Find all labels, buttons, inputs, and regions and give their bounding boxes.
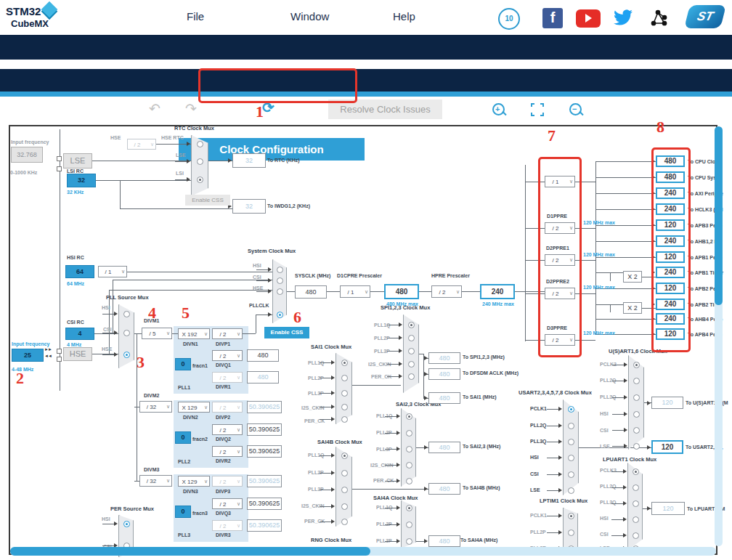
pll2-divr2-value[interactable]: 50.390625 xyxy=(247,445,282,458)
d1cpre-prescaler-dropdown[interactable]: / 1∨ xyxy=(340,285,370,298)
pll2-fracn-field[interactable]: 0 xyxy=(175,431,191,444)
d1cpre-ahb-dropdown[interactable]: / 1∨ xyxy=(545,176,575,187)
enable-css-rtc-button[interactable]: Enable CSS xyxy=(185,195,230,206)
usart2345-clock-mux-radio[interactable] xyxy=(568,439,574,445)
lse-source-box[interactable]: LSE xyxy=(63,153,92,169)
per-source-mux-radio[interactable] xyxy=(123,521,130,527)
sai23-clock-mux-radio[interactable] xyxy=(406,413,412,420)
apb2-timer-x2[interactable]: X 2 xyxy=(623,302,642,314)
d1ppre-dropdown[interactable]: / 2∨ xyxy=(545,222,575,234)
share-network-icon[interactable] xyxy=(648,8,669,31)
pll-source-mux-radio[interactable] xyxy=(123,352,130,358)
facebook-icon[interactable]: f xyxy=(542,8,563,28)
usart2345-clock-mux-radio[interactable] xyxy=(568,455,574,461)
pll-source-mux-radio[interactable] xyxy=(123,311,130,317)
sai23-clock-mux-radio[interactable] xyxy=(406,462,412,468)
ahb4-value[interactable]: 240 xyxy=(656,313,685,325)
csi-rc-box[interactable]: 4 xyxy=(65,328,94,340)
apb2-value[interactable]: 120 xyxy=(656,283,685,294)
d2ppre2-dropdown[interactable]: / 2∨ xyxy=(545,288,575,299)
zoom-out-icon[interactable]: − xyxy=(569,103,582,115)
lptim1-clock-mux-radio[interactable] xyxy=(568,513,574,519)
sai1-clock-mux-radio[interactable] xyxy=(341,404,348,410)
lsi-rc-box[interactable]: 32 xyxy=(67,174,96,187)
divp2-dropdown[interactable]: / 2∨ xyxy=(212,402,243,413)
sai1-value[interactable]: 480 xyxy=(428,392,460,404)
usart2345-value[interactable]: 120 xyxy=(651,440,683,454)
sai4a-clock-mux-radio[interactable] xyxy=(406,522,412,528)
spi123-clock-mux-radio[interactable] xyxy=(408,361,415,368)
twitter-icon[interactable] xyxy=(612,8,634,30)
undo-icon[interactable]: ↶ xyxy=(149,100,160,117)
lpuart1-clock-mux-radio[interactable] xyxy=(633,468,639,475)
pll3-divp3-value[interactable]: 50.390625 xyxy=(247,475,282,487)
sai23-clock-mux-radio[interactable] xyxy=(406,478,412,484)
lpuart1-value[interactable]: 120 xyxy=(651,502,685,515)
sai4a-clock-mux-radio[interactable] xyxy=(406,505,412,511)
youtube-icon[interactable] xyxy=(576,9,601,28)
pll3-divq3-value[interactable]: 50.390625 xyxy=(247,498,282,510)
sai4b-clock-mux-radio[interactable] xyxy=(341,470,348,476)
hse-source-box[interactable]: HSE xyxy=(63,347,92,361)
divn1-dropdown[interactable]: X 192∨ xyxy=(178,328,210,339)
rtc-clock-mux-radio[interactable] xyxy=(197,158,203,165)
divm2-dropdown[interactable]: / 32∨ xyxy=(139,401,172,413)
zoom-in-icon[interactable]: + xyxy=(492,103,505,115)
input-frequency-lse-field[interactable]: 32.768 xyxy=(11,147,43,163)
hsi-divider-dropdown[interactable]: / 1∨ xyxy=(98,266,127,277)
divm1-dropdown[interactable]: / 5∨ xyxy=(142,328,172,339)
rtc-hse-prescaler-dropdown[interactable]: / 2∨ xyxy=(127,139,156,150)
rtc-clock-mux-radio[interactable] xyxy=(197,141,203,147)
system-clock-mux-radio[interactable] xyxy=(277,277,283,284)
pll3-divr3-value[interactable]: 50.390625 xyxy=(247,519,282,532)
sai4a-value[interactable]: 480 xyxy=(428,535,460,547)
divq3-dropdown[interactable]: / 2∨ xyxy=(212,498,243,509)
usart2345-clock-mux-radio[interactable] xyxy=(568,406,574,413)
system-clock-mux-radio[interactable] xyxy=(277,267,283,273)
lpuart1-clock-mux-radio[interactable] xyxy=(633,516,639,523)
to-iwdg-value[interactable]: 32 xyxy=(232,199,266,214)
usart16-clock-mux-radio[interactable] xyxy=(633,443,640,450)
refresh-icon[interactable]: ⟳ xyxy=(262,99,274,116)
usart16-value[interactable]: 120 xyxy=(651,397,683,409)
ten-years-badge-icon[interactable]: 10 xyxy=(498,8,520,30)
pll-source-mux-radio[interactable] xyxy=(123,330,130,336)
cpu-systick-value[interactable]: 480 xyxy=(656,171,685,183)
sai1-clock-mux-radio[interactable] xyxy=(341,375,348,381)
sai23-value[interactable]: 480 xyxy=(428,442,460,453)
apb1-timer-value[interactable]: 240 xyxy=(656,267,685,278)
hclk3-value[interactable]: 240 xyxy=(656,203,685,215)
horizontal-scrollbar-thumb[interactable] xyxy=(10,547,370,556)
divn3-dropdown[interactable]: X 129∨ xyxy=(178,476,210,487)
pll2-divp2-value[interactable]: 50.390625 xyxy=(247,401,282,413)
lpuart1-clock-mux-radio[interactable] xyxy=(633,484,639,491)
apb1-value[interactable]: 120 xyxy=(656,251,685,263)
divm3-dropdown[interactable]: / 32∨ xyxy=(139,475,172,487)
hpre-out-value[interactable]: 240 xyxy=(480,284,515,299)
sai1-clock-mux-radio[interactable] xyxy=(341,416,348,423)
sai4b-value[interactable]: 480 xyxy=(428,483,460,495)
divr2-dropdown[interactable]: / 2∨ xyxy=(212,446,243,457)
apb1-timer-x2[interactable]: X 2 xyxy=(623,271,642,283)
dfsdm-value[interactable]: 480 xyxy=(428,368,460,380)
divq2-dropdown[interactable]: / 2∨ xyxy=(212,424,243,435)
pll1-divr1-value[interactable]: 480 xyxy=(247,371,279,384)
axi-value[interactable]: 240 xyxy=(656,187,685,199)
usart16-clock-mux-radio[interactable] xyxy=(633,362,640,368)
sai4b-clock-mux-radio[interactable] xyxy=(341,503,348,510)
d2ppre1-dropdown[interactable]: / 2∨ xyxy=(545,254,575,266)
sai4b-clock-mux-radio[interactable] xyxy=(341,519,348,525)
to-rtc-value[interactable]: 32 xyxy=(232,153,266,168)
sai23-clock-mux-radio[interactable] xyxy=(406,430,412,437)
st-logo[interactable]: ST xyxy=(684,5,726,28)
pll3-fracn-field[interactable]: 0 xyxy=(175,506,191,518)
apb2-timer-value[interactable]: 240 xyxy=(656,299,685,310)
menu-file[interactable]: File xyxy=(187,10,204,23)
cpu-clock-value[interactable]: 480 xyxy=(656,155,685,167)
divq1-dropdown[interactable]: / 2∨ xyxy=(212,350,243,361)
input-frequency-hse-field[interactable]: 25 xyxy=(12,349,44,362)
system-clock-mux-radio[interactable] xyxy=(277,288,283,295)
sai4a-clock-mux-radio[interactable] xyxy=(406,538,412,545)
usart16-clock-mux-radio[interactable] xyxy=(633,394,640,401)
menu-window[interactable]: Window xyxy=(290,10,329,23)
